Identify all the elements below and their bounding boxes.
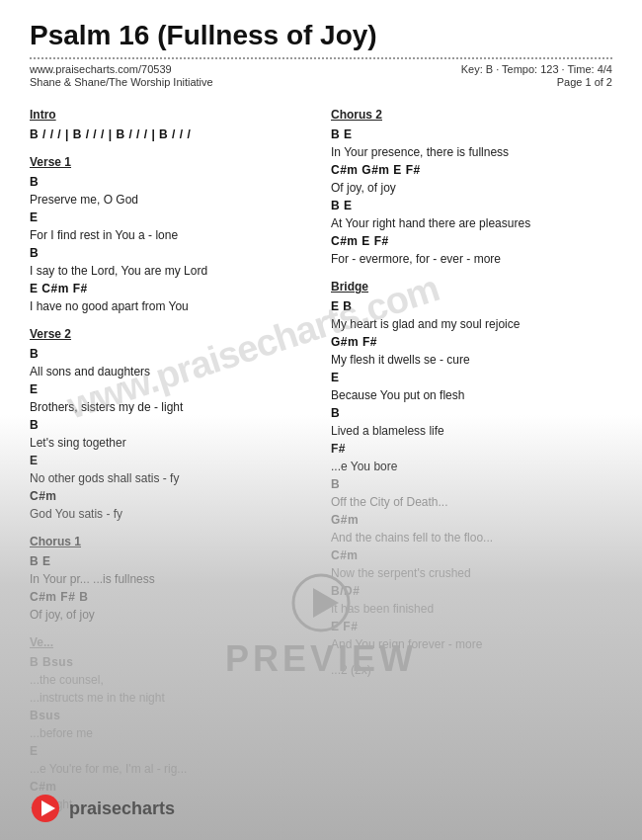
c2-chord1: B E [331, 126, 612, 143]
intro-line: B / / / | B / / / | B / / / | B / / / [30, 126, 311, 143]
br-lyric5: ...e You bore [331, 458, 612, 475]
br-chord5: F# [331, 440, 612, 458]
page-num: Page 1 of 2 [461, 76, 612, 88]
br-lyric6: Off the City of Death... [331, 493, 612, 511]
br-lyric2: My flesh it dwells se - cure [331, 351, 612, 369]
br-chord10: E F# [331, 618, 612, 635]
v1-chord4: E C#m F# [30, 280, 311, 297]
v2-chord1: B [30, 345, 311, 363]
v2-chord2: E [30, 380, 311, 398]
br-chord6: B [331, 475, 612, 493]
separator [30, 57, 612, 59]
meta-left: www.praisecharts.com/70539 Shane & Shane… [30, 63, 213, 88]
section-chorus1: Chorus 1 [30, 533, 311, 550]
c2-lyric2: Of joy, of joy [331, 179, 612, 197]
v1-chord2: E [30, 209, 311, 226]
c2-lyric4: For - evermore, for - ever - more [331, 250, 612, 268]
v3-lyric1: ...the counsel, [30, 671, 311, 689]
v3-chord2: Bsus [30, 707, 311, 724]
section-chorus2: Chorus 2 [331, 106, 612, 124]
footer: praisecharts [30, 793, 612, 824]
c2-chord3: B E [331, 197, 612, 214]
c1-lyric2: Of joy, of joy [30, 606, 311, 624]
v1-chord1: B [30, 173, 311, 191]
br-lyric8: Now the serpent's crushed [331, 564, 612, 582]
v2-chord3: B [30, 416, 311, 434]
c1-lyric1: In Your pr... ...is fullness [30, 570, 311, 588]
v2-lyric5: God You satis - fy [30, 505, 311, 523]
v2-lyric4: No other gods shall satis - fy [30, 469, 311, 487]
section-intro: Intro [30, 106, 311, 124]
br-lyric10: And You reign forever - more [331, 635, 612, 653]
br-lyric4: Lived a blameless life [331, 422, 612, 440]
br-chord2: G#m F# [331, 333, 612, 351]
footer-brand: praisecharts [69, 798, 175, 819]
br-lyric1: My heart is glad and my soul rejoice [331, 315, 612, 333]
section-verse1: Verse 1 [30, 153, 311, 171]
v2-lyric3: Let's sing together [30, 434, 311, 452]
page-title: Psalm 16 (Fullness of Joy) [30, 20, 612, 51]
c2-chord2: C#m G#m E F# [331, 161, 612, 179]
br-chord8: C#m [331, 546, 612, 564]
key-tempo-time: Key: B · Tempo: 123 · Time: 4/4 [461, 63, 612, 75]
c1-chord2: C#m F# B [30, 588, 311, 606]
section-bridge: Bridge [331, 278, 612, 295]
tag-line: ...2 (2x) [331, 661, 612, 679]
br-lyric3: Because You put on flesh [331, 386, 612, 404]
br-chord4: B [331, 404, 612, 422]
v3-lyric3: ...before me [30, 724, 311, 742]
c2-chord4: C#m E F# [331, 232, 612, 250]
url: www.praisecharts.com/70539 [30, 63, 213, 75]
right-column: Chorus 2 B E In Your presence, there is … [331, 98, 612, 813]
artist: Shane & Shane/The Worship Initiative [30, 76, 213, 88]
meta-row: www.praisecharts.com/70539 Shane & Shane… [30, 63, 612, 88]
br-chord3: E [331, 369, 612, 386]
footer-play-icon [30, 793, 61, 824]
content-area: Intro B / / / | B / / / | B / / / | B / … [30, 98, 612, 813]
br-lyric7: And the chains fell to the floo... [331, 529, 612, 546]
section-verse3: Ve... [30, 633, 311, 651]
v3-chord1: B Bsus [30, 653, 311, 671]
c2-lyric3: At Your right hand there are pleasures [331, 214, 612, 232]
v3-lyric2: ...instructs me in the night [30, 689, 311, 707]
c1-chord1: B E [30, 552, 311, 570]
left-column: Intro B / / / | B / / / | B / / / | B / … [30, 98, 311, 813]
v1-lyric3: I say to the Lord, You are my Lord [30, 262, 311, 280]
v3-lyric4: ...e You're for me, I'm al - rig... [30, 760, 311, 778]
v2-lyric2: Brothers, sisters my de - light [30, 398, 311, 416]
meta-right: Key: B · Tempo: 123 · Time: 4/4 Page 1 o… [461, 63, 612, 88]
v1-lyric1: Preserve me, O God [30, 191, 311, 209]
section-verse2: Verse 2 [30, 325, 311, 343]
br-chord1: E B [331, 297, 612, 315]
br-chord7: G#m [331, 511, 612, 529]
c2-lyric1: In Your presence, there is fullness [331, 143, 612, 161]
v1-lyric4: I have no good apart from You [30, 297, 311, 315]
v2-lyric1: All sons and daughters [30, 363, 311, 380]
br-chord9: B/D# [331, 582, 612, 600]
v2-chord4: E [30, 452, 311, 469]
page: Psalm 16 (Fullness of Joy) www.praisecha… [0, 0, 642, 840]
br-lyric9: It has been finished [331, 600, 612, 618]
v3-chord3: E [30, 742, 311, 760]
v2-chord5: C#m [30, 487, 311, 505]
v1-chord3: B [30, 244, 311, 262]
v1-lyric2: For I find rest in You a - lone [30, 226, 311, 244]
